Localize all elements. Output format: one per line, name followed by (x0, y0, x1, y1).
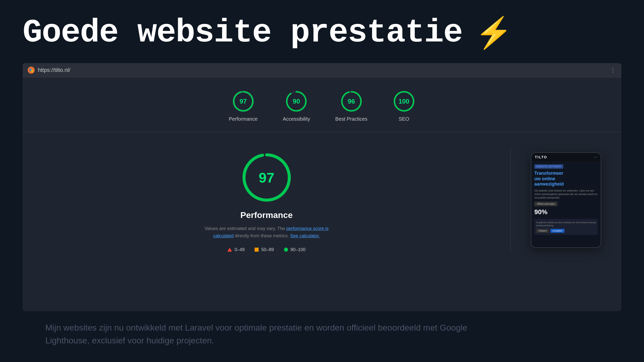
browser-menu-icon[interactable]: ⋮ (610, 67, 616, 74)
performance-description: Values are estimated and may vary. The p… (204, 225, 330, 240)
score-accessibility: 90 Accessibility (283, 90, 310, 122)
score-seo: 100 SEO (393, 90, 415, 122)
phone-top-bar: TILTO ··· (531, 153, 601, 161)
lighthouse-scores-bar: 97 Performance 90 Accessibility (23, 77, 621, 132)
legend-triangle-icon (227, 248, 232, 252)
phone-area: TILTO ··· WEBSITE ONTWERP Transformeeruw… (531, 147, 601, 252)
score-circle-performance: 97 (232, 90, 255, 113)
phone-headline: Transformeeruw onlineaanwezigheid (534, 171, 598, 187)
legend-dot-icon (284, 248, 288, 252)
lightning-icon: ⚡ (475, 15, 513, 51)
main-content-area: 97 Performance Values are estimated and … (23, 132, 621, 267)
legend-high-range: 90–100 (291, 247, 306, 252)
big-performance-circle: 97 (242, 152, 292, 203)
page-title: Goede website prestatie (23, 17, 462, 49)
legend-mid: 50–89 (255, 247, 274, 252)
phone-cookie-text: Ik gebruik cookies op deze website om uw… (536, 221, 596, 227)
browser-window: 🎭 https://tilto.nl/ ⋮ 97 Performance (23, 63, 621, 311)
browser-url: https://tilto.nl/ (38, 67, 607, 73)
page-header: Goede website prestatie ⚡ (23, 15, 621, 51)
browser-favicon: 🎭 (28, 67, 35, 74)
score-performance: 97 Performance (229, 90, 258, 122)
phone-cookie-buttons: Afwijzen Accepteer (536, 229, 596, 233)
legend-mid-range: 50–89 (261, 247, 274, 252)
score-circle-accessibility: 90 (285, 90, 308, 113)
legend-high: 90–100 (284, 247, 306, 252)
phone-tag: WEBSITE ONTWERP (534, 164, 563, 169)
browser-bar: 🎭 https://tilto.nl/ ⋮ (23, 63, 621, 77)
score-label-accessibility: Accessibility (283, 116, 310, 122)
score-label-performance: Performance (229, 116, 258, 122)
phone-percent: 90% (534, 208, 598, 216)
calculator-link[interactable]: See calculator. (290, 233, 320, 238)
score-legend: 0–49 50–89 90–100 (227, 247, 305, 252)
big-score-value: 97 (259, 169, 274, 186)
phone-cookie-bar: Ik gebruik cookies op deze website om uw… (534, 219, 598, 235)
phone-cta-button[interactable]: Offerte aanvragen (534, 202, 557, 206)
score-label-best-practices: Best Practices (335, 116, 368, 122)
score-label-seo: SEO (399, 116, 409, 122)
score-circle-best-practices: 96 (340, 90, 363, 113)
phone-mockup: TILTO ··· WEBSITE ONTWERP Transformeeruw… (531, 152, 601, 248)
score-best-practices: 96 Best Practices (335, 90, 368, 122)
performance-detail: 97 Performance Values are estimated and … (43, 147, 490, 252)
score-circle-seo: 100 (393, 90, 415, 113)
performance-title: Performance (240, 210, 293, 220)
phone-menu-dots: ··· (594, 155, 597, 159)
phone-logo: TILTO (535, 155, 547, 159)
legend-low: 0–49 (227, 247, 245, 252)
content-divider (510, 147, 511, 252)
cookie-accept-button[interactable]: Accepteer (550, 229, 565, 233)
footer-text: Mijn websites zijn nu ontwikkeld met Lar… (23, 311, 526, 347)
legend-low-range: 0–49 (234, 247, 245, 252)
legend-square-icon (255, 248, 259, 252)
cookie-reject-button[interactable]: Afwijzen (536, 229, 549, 233)
phone-content: WEBSITE ONTWERP Transformeeruw onlineaan… (531, 161, 601, 247)
phone-subtext: Uw website moet boeken en verbinden. Lat… (534, 189, 598, 200)
